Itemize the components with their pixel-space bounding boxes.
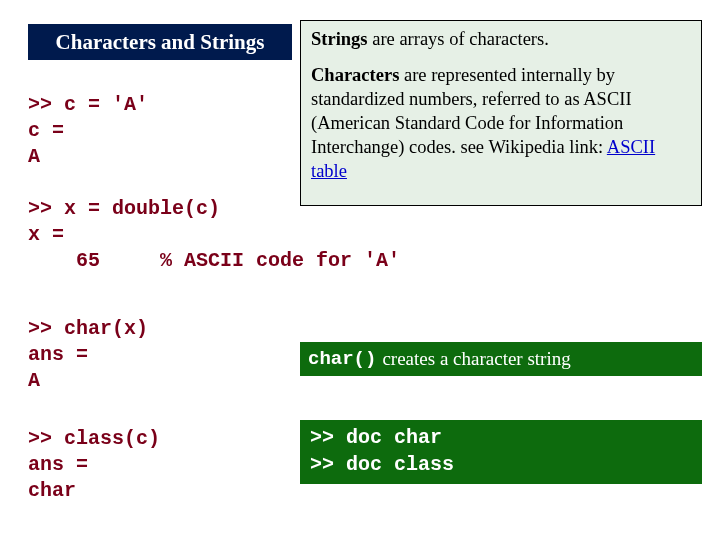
slide-title: Characters and Strings — [28, 24, 292, 60]
strings-term: Strings — [311, 29, 368, 49]
code-block-char: >> char(x) ans = A — [28, 316, 148, 394]
char-description-box: char() creates a character string — [300, 342, 702, 376]
char-func-name: char() — [308, 348, 376, 370]
characters-term: Characters — [311, 65, 399, 85]
doc-commands-box: >> doc char >> doc class — [300, 420, 702, 484]
char-func-desc: creates a character string — [382, 348, 570, 370]
info-p1-text: are arrays of characters. — [368, 29, 549, 49]
info-paragraph-1: Strings are arrays of characters. — [311, 27, 691, 51]
code-block-class: >> class(c) ans = char — [28, 426, 160, 504]
code-block-main: >> c = 'A' c = A >> x = double(c) x = 65… — [28, 92, 400, 274]
